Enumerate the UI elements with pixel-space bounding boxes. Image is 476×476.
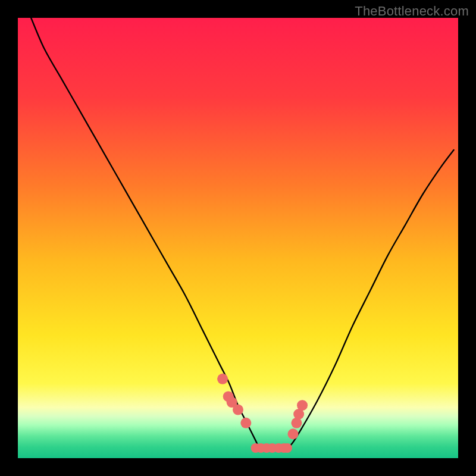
marker-dot (288, 428, 299, 439)
marker-dot (297, 400, 308, 411)
chart-frame: TheBottleneck.com (0, 0, 476, 476)
marker-dot (217, 374, 228, 384)
marker-dot (240, 418, 251, 428)
marker-dot (283, 443, 292, 453)
bottleneck-plot (0, 0, 476, 476)
marker-dot (233, 405, 243, 415)
flat-markers (251, 443, 292, 453)
watermark-label: TheBottleneck.com (355, 4, 469, 19)
plot-background (18, 18, 458, 458)
